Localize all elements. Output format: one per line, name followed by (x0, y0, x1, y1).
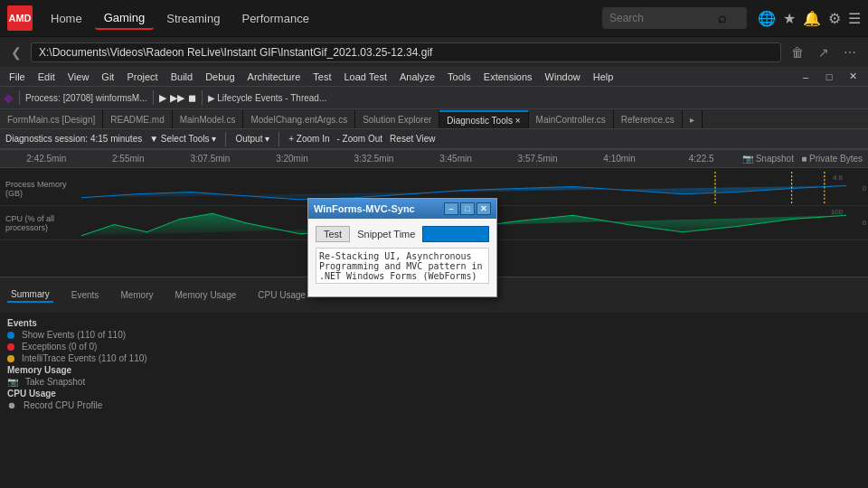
cpu-chart-label: CPU (% of all processors) (0, 214, 81, 232)
tab-solution[interactable]: Solution Explorer (355, 110, 439, 128)
time-mark-3: 3:07.5min (169, 154, 251, 164)
dialog-window-controls: – □ ✕ (444, 202, 491, 215)
more-icon[interactable]: ⋯ (839, 43, 861, 61)
diag-zoom-in[interactable]: + Zoom In (288, 134, 329, 144)
dialog-minimize-btn[interactable]: – (444, 202, 458, 215)
vs-menu-help[interactable]: Help (588, 70, 619, 84)
vs-menu-loadtest[interactable]: Load Test (338, 70, 392, 84)
tab-modelchang[interactable]: ModelChang.entArgs.cs (243, 110, 355, 128)
tab-readme[interactable]: README.md (103, 110, 172, 128)
vs-menu-test[interactable]: Test (307, 70, 336, 84)
dialog-test-button[interactable]: Test (316, 226, 350, 242)
time-mark-1: 2:42.5min (5, 154, 88, 164)
timeline-header: 2:42.5min 2:55min 3:07.5min 3:20min 3:32… (0, 150, 868, 168)
vs-menu-project[interactable]: Project (121, 70, 163, 84)
vs-menu-tools[interactable]: Tools (442, 70, 476, 84)
search-bar[interactable]: ⌕ (602, 7, 747, 29)
cpu-usage-section: CPU Usage (7, 389, 861, 399)
maximize-button[interactable]: □ (817, 67, 841, 87)
time-mark-7: 3:57.5min (496, 154, 579, 164)
vs-menu-bar: File Edit View Git Project Build Debug A… (0, 67, 868, 87)
intellitrace-bullet (7, 355, 14, 362)
globe-icon[interactable]: 🌐 (758, 10, 776, 27)
vs-menu-git[interactable]: Git (96, 70, 119, 84)
file-path: X:\Documents\Videos\Radeon ReLive\Instan… (31, 42, 781, 62)
vs-menu-edit[interactable]: Edit (33, 70, 61, 84)
search-icon: ⌕ (718, 10, 727, 26)
tab-memory[interactable]: Memory (117, 288, 156, 302)
amd-logo-text: AMD (8, 13, 31, 23)
diag-zoom-out[interactable]: - Zoom Out (337, 134, 383, 144)
tab-more[interactable]: ▸ (683, 110, 703, 128)
show-events-label: Show Events (110 of 110) (22, 330, 126, 340)
stop-button[interactable]: ◼ (188, 92, 196, 104)
dialog-close-btn[interactable]: ✕ (476, 202, 491, 215)
memory-usage-section: Memory Usage (7, 365, 861, 375)
tab-summary[interactable]: Summary (7, 287, 53, 303)
diag-select-btn[interactable]: ▼ Select Tools ▾ (149, 134, 216, 144)
star-icon[interactable]: ★ (783, 10, 796, 27)
dialog-desc-row: Re-Stacking UI, Asynchronous Programming… (316, 248, 489, 284)
close-button[interactable]: ✕ (841, 67, 864, 87)
nav-gaming[interactable]: Gaming (95, 7, 155, 30)
tab-reference[interactable]: Reference.cs (614, 110, 683, 128)
show-events-row: Show Events (110 of 110) (7, 330, 861, 340)
back-button[interactable]: ❮ (7, 43, 25, 61)
toolbar-separator-2 (153, 90, 154, 105)
events-bullet (7, 332, 14, 339)
diag-reset-btn[interactable]: Reset View (390, 134, 435, 144)
vs-window-controls: – □ ✕ (794, 67, 864, 87)
memory-scale-max: 4.8 (833, 174, 843, 182)
memory-chart-label: Process Memory (GB) (0, 180, 81, 198)
amd-logo[interactable]: AMD (7, 5, 33, 31)
vs-menu-architecture[interactable]: Architecture (242, 70, 307, 84)
cpu-scale-max: 100 (831, 208, 843, 216)
gear-icon[interactable]: ⚙ (828, 10, 841, 27)
top-navigation-bar: AMD Home Gaming Streaming Performance ⌕ … (0, 0, 868, 36)
vs-menu-view[interactable]: View (62, 70, 95, 84)
nav-performance[interactable]: Performance (232, 8, 317, 29)
tab-events[interactable]: Events (68, 288, 103, 302)
toolbar-separator-3 (202, 90, 203, 105)
camera-icon: 📷 (7, 377, 18, 387)
tab-diagnostics[interactable]: Diagnostic Tools × (439, 110, 528, 128)
exceptions-bullet (7, 343, 14, 351)
record-cpu-row[interactable]: ⏺ Record CPU Profile (7, 400, 861, 410)
step-over-button[interactable]: ▶▶ (170, 92, 184, 104)
diag-output-btn[interactable]: Output ▾ (235, 134, 269, 144)
vs-menu-file[interactable]: File (4, 70, 31, 84)
tab-memory-usage[interactable]: Memory Usage (172, 288, 241, 302)
process-label: Process: [20708] winformsM... (25, 93, 147, 103)
bell-icon[interactable]: 🔔 (803, 10, 821, 27)
take-snapshot-row[interactable]: 📷 Take Snapshot (7, 377, 861, 387)
vs-window: File Edit View Git Project Build Debug A… (0, 67, 868, 488)
intellitrace-label: IntelliTrace Events (110 of 110) (22, 353, 147, 363)
search-input[interactable] (609, 12, 718, 24)
delete-icon[interactable]: 🗑 (787, 43, 808, 61)
main-content-area: File Edit View Git Project Build Debug A… (0, 67, 868, 488)
events-section-label: Events (7, 318, 861, 328)
nav-home[interactable]: Home (42, 8, 91, 29)
grid-icon[interactable]: ☰ (848, 10, 861, 27)
nav-streaming[interactable]: Streaming (157, 8, 229, 29)
vs-menu-extensions[interactable]: Extensions (478, 70, 538, 84)
minimize-button[interactable]: – (794, 67, 817, 87)
tab-maincontroller[interactable]: MainController.cs (529, 110, 614, 128)
vs-menu-debug[interactable]: Debug (200, 70, 240, 84)
dialog-description[interactable]: Re-Stacking UI, Asynchronous Programming… (316, 248, 489, 284)
tab-cpu-usage[interactable]: CPU Usage (254, 288, 309, 302)
play-button[interactable]: ▶ (159, 92, 166, 104)
time-mark-9: 4:22.5 (660, 154, 742, 164)
vs-menu-window[interactable]: Window (540, 70, 586, 84)
intellitrace-row: IntelliTrace Events (110 of 110) (7, 353, 861, 363)
time-mark-6: 3:45min (415, 154, 497, 164)
vs-menu-analyze[interactable]: Analyze (394, 70, 440, 84)
share-icon[interactable]: ↗ (814, 43, 834, 61)
dialog-maximize-btn[interactable]: □ (460, 202, 475, 215)
tab-formain[interactable]: FormMain.cs [Design] (0, 110, 103, 128)
record-cpu-label: Record CPU Profile (24, 400, 102, 410)
dialog-title-text: WinForms-MVC-Sync (314, 203, 415, 214)
vs-menu-build[interactable]: Build (165, 70, 198, 84)
topbar-icons: 🌐 ★ 🔔 ⚙ ☰ (758, 10, 861, 27)
tab-mainmodel[interactable]: MainModel.cs (173, 110, 244, 128)
